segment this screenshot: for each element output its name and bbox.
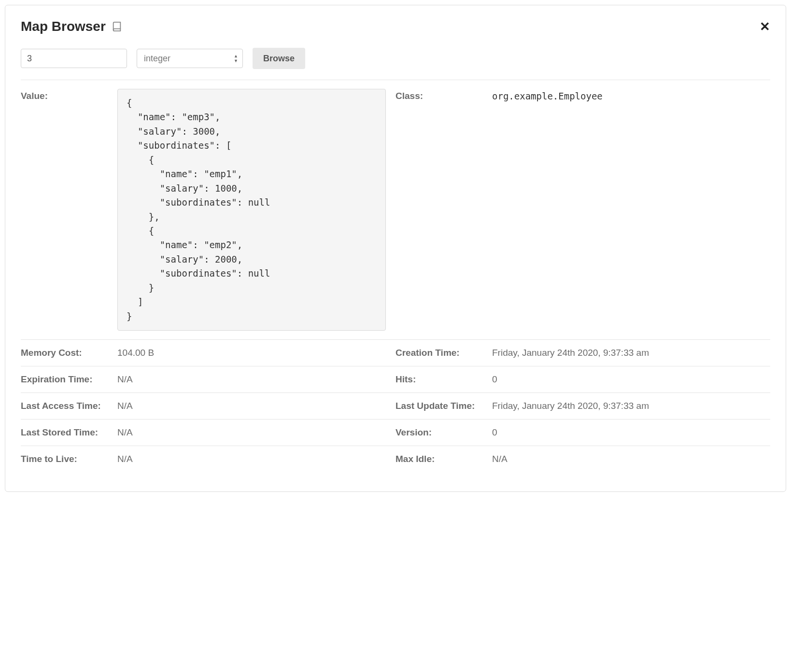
stats-cell: Time to Live: N/A xyxy=(21,454,396,464)
stats-row: Last Stored Time: N/A Version: 0 xyxy=(21,420,770,446)
value-class-row: Value: { "name": "emp3", "salary": 3000,… xyxy=(21,89,770,331)
stats-row: Time to Live: N/A Max Idle: N/A xyxy=(21,446,770,472)
ttl-value: N/A xyxy=(117,454,133,464)
stats-cell: Memory Cost: 104.00 B xyxy=(21,348,396,358)
browse-button[interactable]: Browse xyxy=(253,48,305,69)
last-stored-time-value: N/A xyxy=(117,427,133,438)
creation-time-value: Friday, January 24th 2020, 9:37:33 am xyxy=(492,348,649,358)
max-idle-label: Max Idle: xyxy=(396,454,492,464)
last-update-time-value: Friday, January 24th 2020, 9:37:33 am xyxy=(492,401,649,411)
value-label: Value: xyxy=(21,89,117,331)
divider xyxy=(21,80,770,80)
stats-cell: Max Idle: N/A xyxy=(396,454,770,464)
stats-row: Last Access Time: N/A Last Update Time: … xyxy=(21,393,770,420)
map-browser-panel: Map Browser ✕ integer ▲▼ Browse Value: xyxy=(5,5,786,492)
expiration-time-label: Expiration Time: xyxy=(21,374,117,385)
class-column: Class: org.example.Employee xyxy=(396,89,770,331)
stats-cell: Expiration Time: N/A xyxy=(21,374,396,385)
memory-cost-value: 104.00 B xyxy=(117,348,154,358)
browse-controls: integer ▲▼ Browse xyxy=(21,48,770,69)
stats-row: Expiration Time: N/A Hits: 0 xyxy=(21,366,770,393)
class-label: Class: xyxy=(396,89,492,331)
key-input[interactable] xyxy=(21,49,127,68)
title-text: Map Browser xyxy=(21,19,106,34)
expiration-time-value: N/A xyxy=(117,374,133,385)
creation-time-label: Creation Time: xyxy=(396,348,492,358)
hits-label: Hits: xyxy=(396,374,492,385)
stats-grid: Memory Cost: 104.00 B Creation Time: Fri… xyxy=(21,339,770,472)
value-column: Value: { "name": "emp3", "salary": 3000,… xyxy=(21,89,396,331)
panel-title: Map Browser xyxy=(21,19,122,34)
version-label: Version: xyxy=(396,427,492,438)
memory-cost-label: Memory Cost: xyxy=(21,348,117,358)
stats-cell: Hits: 0 xyxy=(396,374,770,385)
class-value: org.example.Employee xyxy=(492,89,603,331)
stats-cell: Creation Time: Friday, January 24th 2020… xyxy=(396,348,770,358)
value-content: { "name": "emp3", "salary": 3000, "subor… xyxy=(117,89,386,331)
last-stored-time-label: Last Stored Time: xyxy=(21,427,117,438)
stats-cell: Version: 0 xyxy=(396,427,770,438)
stats-cell: Last Stored Time: N/A xyxy=(21,427,396,438)
version-value: 0 xyxy=(492,427,497,438)
type-select[interactable]: integer xyxy=(137,49,243,68)
hits-value: 0 xyxy=(492,374,497,385)
last-access-time-label: Last Access Time: xyxy=(21,401,117,411)
last-update-time-label: Last Update Time: xyxy=(396,401,492,411)
last-access-time-value: N/A xyxy=(117,401,133,411)
stats-cell: Last Access Time: N/A xyxy=(21,401,396,411)
stats-cell: Last Update Time: Friday, January 24th 2… xyxy=(396,401,770,411)
stats-row: Memory Cost: 104.00 B Creation Time: Fri… xyxy=(21,340,770,366)
ttl-label: Time to Live: xyxy=(21,454,117,464)
max-idle-value: N/A xyxy=(492,454,508,464)
panel-header: Map Browser ✕ xyxy=(21,19,770,34)
book-icon xyxy=(112,21,122,32)
close-icon[interactable]: ✕ xyxy=(760,20,770,33)
type-select-wrapper: integer ▲▼ xyxy=(137,49,243,68)
